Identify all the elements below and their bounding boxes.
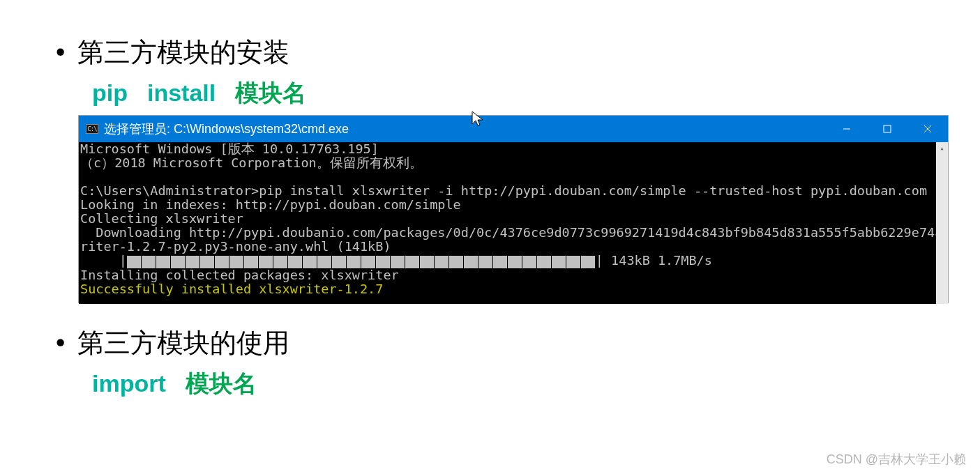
cmd-body[interactable]: Microsoft Windows [版本 10.0.17763.195] （c… (79, 142, 948, 304)
keyword-import: import (92, 370, 166, 397)
minimize-button[interactable] (827, 116, 867, 142)
window-controls (827, 116, 948, 142)
cmd-icon: C:\ (86, 124, 98, 134)
section-2-heading: 第三方模块的使用 (77, 325, 289, 361)
term-line-blank (80, 170, 948, 184)
keyword-pip: pip (92, 79, 128, 106)
close-button[interactable] (907, 116, 948, 142)
svg-rect-1 (884, 125, 891, 132)
term-line-3: C:\Users\Administrator>pip install xlsxw… (80, 184, 948, 198)
watermark: CSDN @吉林大学王小赖 (827, 451, 966, 468)
scroll-up-icon[interactable]: ▴ (936, 142, 948, 154)
section-1-heading-row: • 第三方模块的安装 (56, 35, 980, 70)
bullet-icon: • (56, 38, 65, 68)
term-line-4: Looking in indexes: http://pypi.douban.c… (80, 198, 948, 212)
term-line-9: Installing collected packages: xlsxwrite… (80, 268, 948, 282)
import-code: import模块名 (92, 368, 980, 400)
placeholder-module-name-2: 模块名 (186, 370, 257, 397)
keyword-install: install (147, 79, 216, 106)
progress-bar (127, 254, 596, 268)
maximize-button[interactable] (867, 116, 907, 142)
cmd-window: C:\ 选择管理员: C:\Windows\system32\cmd.exe M… (78, 115, 949, 303)
term-line-10: Successfully installed xlsxwriter-1.2.7 (80, 282, 948, 296)
term-line-7: riter-1.2.7-py2.py3-none-any.whl (141kB) (80, 240, 948, 254)
pip-install-code: pipinstall模块名 (92, 77, 980, 109)
cmd-title-text: 选择管理员: C:\Windows\system32\cmd.exe (104, 121, 349, 137)
cmd-scrollbar[interactable]: ▴ (936, 142, 948, 304)
term-line-2: （c）2018 Microsoft Corporation。保留所有权利。 (80, 156, 948, 170)
term-line-6: Downloading http://pypi.doubanio.com/pac… (80, 226, 948, 240)
term-line-5: Collecting xlsxwriter (80, 212, 948, 226)
progress-prefix: | (80, 253, 127, 268)
bullet-icon: • (56, 328, 65, 358)
term-progress-line: || 143kB 1.7MB/s (80, 254, 948, 268)
term-line-1: Microsoft Windows [版本 10.0.17763.195] (80, 142, 948, 156)
section-1-heading: 第三方模块的安装 (77, 35, 289, 70)
placeholder-module-name-1: 模块名 (235, 79, 306, 106)
cmd-titlebar[interactable]: C:\ 选择管理员: C:\Windows\system32\cmd.exe (79, 116, 948, 142)
progress-suffix: | 143kB 1.7MB/s (596, 253, 712, 268)
mouse-cursor-icon (471, 110, 485, 127)
section-2-heading-row: • 第三方模块的使用 (56, 325, 980, 361)
